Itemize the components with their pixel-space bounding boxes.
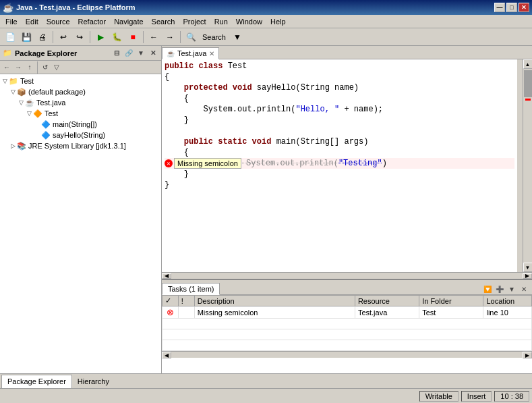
hscroll-track[interactable] [171,273,523,279]
toolbar-separator-2 [90,31,90,43]
tree-item-test-java[interactable]: ▽ ☕ Test.java [1,97,160,108]
menu-file[interactable]: File [1,16,22,27]
code-line-7 [165,126,514,136]
search-icon[interactable]: 🔍 [183,30,198,44]
link-editor-button[interactable]: 🔗 [123,48,134,59]
col-header-check[interactable]: ✓ [162,296,179,306]
tasks-hscroll-track[interactable] [171,352,523,358]
error-scroll-indicator [525,99,531,101]
library-icon: 📚 [16,140,27,151]
toggle-package[interactable]: ▽ [9,88,16,95]
close-panel-button[interactable]: ✕ [148,48,158,59]
bottom-tabs-bar: Tasks (1 item) 🔽 ➕ ▼ ✕ [162,280,532,295]
app-icon: ☕ [3,3,13,13]
toggle-jre[interactable]: ▷ [9,142,16,149]
status-insert-mode: Insert [461,391,492,402]
nav-tab-package-explorer-label: Package Explorer [7,377,66,385]
nav-tab-package-explorer[interactable]: Package Explorer [1,375,72,388]
menu-navigate[interactable]: Navigate [110,16,147,27]
menu-help[interactable]: Help [266,16,290,27]
up-nav-button[interactable]: ↑ [24,62,35,73]
title-bar-controls: — □ ✕ [494,3,529,12]
col-header-location[interactable]: Location [483,296,532,306]
col-header-priority[interactable]: ! [178,296,194,306]
tasks-hscroll-right[interactable]: ▶ [523,352,532,358]
tasks-close-button[interactable]: ✕ [519,284,529,294]
col-header-description[interactable]: Description [194,296,355,306]
maximize-button[interactable]: □ [506,3,517,12]
refresh-button[interactable]: ↺ [40,62,51,73]
table-row-empty-2 [162,329,532,340]
filter-button[interactable]: ▽ [51,62,62,73]
scroll-up-button[interactable]: ▲ [523,59,533,69]
new-button[interactable]: 📄 [3,30,18,44]
toggle-class[interactable]: ▽ [26,110,32,117]
table-row[interactable]: ⊗ Missing semicolon Test.java Test line … [162,306,532,319]
menu-edit[interactable]: Edit [22,16,42,27]
code-line-5: System.out.println("Hello, " + name); [165,104,514,115]
close-button[interactable]: ✕ [519,3,529,12]
undo-button[interactable]: ↩ [56,30,71,44]
tree-item-default-package[interactable]: ▽ 📦 (default package) [1,86,160,97]
hscroll-right-button[interactable]: ▶ [523,273,532,279]
scroll-track[interactable] [524,69,532,263]
menu-source[interactable]: Source [42,16,74,27]
tree-item-main-method[interactable]: 🔷 main(String[]) [1,119,160,130]
explorer-sep [37,61,38,74]
editor-horizontal-scrollbar[interactable]: ◀ ▶ [162,272,532,279]
toggle-project[interactable]: ▽ [1,78,8,84]
code-line-6: } [165,115,514,126]
save-button[interactable]: 💾 [19,30,34,44]
stop-button[interactable]: ■ [125,30,140,44]
print-button[interactable]: 🖨 [35,30,50,44]
java-file-label: Test.java [36,99,65,107]
tasks-menu-button[interactable]: ▼ [506,284,517,294]
editor-vertical-scrollbar[interactable]: ▲ ▼ [523,59,532,272]
nav-tab-hierarchy[interactable]: Hierarchy [72,375,115,388]
code-line-4: { [165,93,514,104]
tab-close-button[interactable]: ✕ [209,50,214,57]
debug-button[interactable]: 🐛 [109,30,124,44]
menu-project[interactable]: Project [179,16,210,27]
menu-run[interactable]: Run [210,16,232,27]
status-bar: Writable Insert 10 : 38 [0,388,532,403]
code-editor[interactable]: public class Test { protected void sayHe… [162,59,523,272]
minimize-button[interactable]: — [494,3,505,12]
collapse-all-button[interactable]: ⊟ [111,48,122,59]
hscroll-left-button[interactable]: ◀ [162,273,171,279]
package-label: (default package) [28,88,86,96]
tasks-add-button[interactable]: ➕ [494,284,505,294]
forward-nav-button[interactable]: → [13,62,24,73]
toggle-java-file[interactable]: ▽ [18,99,24,106]
package-explorer-title: Package Explorer [15,49,77,57]
scroll-thumb[interactable] [524,70,532,97]
forward-button[interactable]: → [162,30,177,44]
project-label: Test [20,77,34,85]
menu-refactor[interactable]: Refactor [74,16,111,27]
task-folder: Test [419,306,483,319]
menu-search[interactable]: Search [148,16,179,27]
col-header-folder[interactable]: In Folder [419,296,483,306]
tree-item-test-class[interactable]: ▽ 🔶 Test [1,108,160,119]
menu-window[interactable]: Window [232,16,266,27]
code-line-9: { [165,147,514,158]
back-nav-button[interactable]: ← [1,62,12,73]
tree-item-project[interactable]: ▽ 📁 Test [1,76,160,86]
project-icon: 📁 [8,76,19,86]
tree-item-jre-library[interactable]: ▷ 📚 JRE System Library [jdk1.3.1] [1,140,160,151]
search-dropdown[interactable]: ▼ [230,30,245,44]
redo-button[interactable]: ↪ [72,30,87,44]
view-menu-button[interactable]: ▼ [136,48,146,59]
run-button[interactable]: ▶ [93,30,108,44]
code-line-1: public class Test [165,61,514,72]
tasks-hscroll-left[interactable]: ◀ [162,352,171,358]
tree-item-sayhello-method[interactable]: 🔷 sayHello(String) [1,130,160,140]
tab-tasks[interactable]: Tasks (1 item) [162,283,220,295]
tasks-filter-button[interactable]: 🔽 [482,284,493,294]
editor-tab-test-java[interactable]: ☕ Test.java ✕ [162,47,219,59]
tasks-horizontal-scrollbar[interactable]: ◀ ▶ [162,351,532,358]
col-header-resource[interactable]: Resource [355,296,419,306]
scroll-down-button[interactable]: ▼ [523,263,533,272]
menu-bar: File Edit Source Refactor Navigate Searc… [0,15,532,28]
back-button[interactable]: ← [146,30,161,44]
